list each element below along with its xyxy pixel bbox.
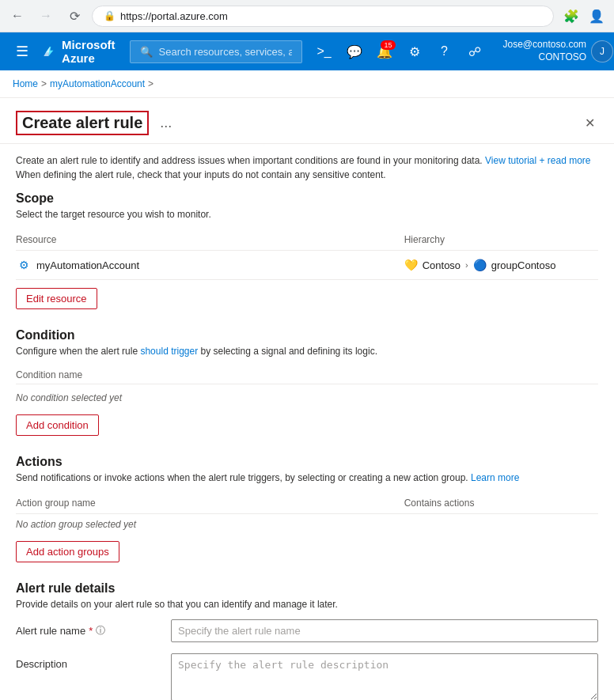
condition-section: Condition Configure when the alert rule … xyxy=(16,328,598,436)
action-col-name-header: Action group name xyxy=(16,498,404,509)
azure-logo-icon xyxy=(43,42,55,61)
description-label: Description xyxy=(16,653,158,670)
cloud-shell-icon[interactable]: >_ xyxy=(310,37,339,66)
actions-desc-text: Send notifications or invoke actions whe… xyxy=(16,472,468,483)
panel-body: Create an alert rule to identify and add… xyxy=(0,144,614,700)
learn-more-link[interactable]: Learn more xyxy=(471,472,519,483)
scope-desc: Select the target resource you wish to m… xyxy=(16,209,598,220)
reload-button[interactable]: ⟳ xyxy=(63,5,85,27)
alert-rule-name-row: Alert rule name * ⓘ xyxy=(16,619,598,642)
azure-logo: Microsoft Azure xyxy=(43,38,122,65)
alert-rule-name-input[interactable] xyxy=(171,619,598,642)
scope-section: Scope Select the target resource you wis… xyxy=(16,191,598,309)
forward-button[interactable]: → xyxy=(35,5,57,27)
scope-title: Scope xyxy=(16,191,598,206)
url-text: https://portal.azure.com xyxy=(120,10,228,22)
hierarchy-value: 💛 Contoso › 🔵 groupContoso xyxy=(404,259,598,271)
user-email: Jose@contoso.com xyxy=(503,39,587,51)
alert-rule-details-desc: Provide details on your alert rule so th… xyxy=(16,599,598,610)
actions-table-header: Action group name Contains actions xyxy=(16,493,598,514)
alert-rule-name-label: Alert rule name * ⓘ xyxy=(16,619,158,638)
intro-text-1: Create an alert rule to identify and add… xyxy=(16,155,483,166)
col-hierarchy-header: Hierarchy xyxy=(404,234,598,245)
actions-section: Actions Send notifications or invoke act… xyxy=(16,455,598,562)
condition-desc: Configure when the alert rule should tri… xyxy=(16,346,598,357)
action-col-contains-header: Contains actions xyxy=(404,498,598,509)
nav-icons: >_ 💬 🔔15 ⚙ ? ☍ xyxy=(310,37,489,66)
resource-cell: ⚙ myAutomationAccount xyxy=(16,257,404,273)
intro-text-2: When defining the alert rule, check that… xyxy=(16,169,386,180)
breadcrumb-separator-2: > xyxy=(148,78,154,89)
hierarchy-cell: 💛 Contoso › 🔵 groupContoso xyxy=(404,259,598,271)
settings-icon[interactable]: ⚙ xyxy=(400,37,429,66)
panel-close-button[interactable]: ✕ xyxy=(582,112,598,134)
support-icon[interactable]: ☍ xyxy=(460,37,489,66)
user-icon[interactable]: 👤 xyxy=(586,5,608,27)
back-button[interactable]: ← xyxy=(6,5,28,27)
help-icon[interactable]: ? xyxy=(430,37,459,66)
lock-icon: 🔒 xyxy=(104,10,116,21)
actions-title: Actions xyxy=(16,455,598,469)
scope-table-row: ⚙ myAutomationAccount 💛 Contoso › 🔵 grou… xyxy=(16,251,598,280)
resource-icon: ⚙ xyxy=(16,257,32,273)
avatar: J xyxy=(591,40,613,62)
hierarchy-parent: Contoso xyxy=(423,259,460,271)
actions-desc: Send notifications or invoke actions whe… xyxy=(16,472,598,483)
hierarchy-icon-2: 🔵 xyxy=(473,259,487,271)
no-condition-text: No condition selected yet xyxy=(16,388,598,408)
azure-search-bar[interactable]: 🔍 xyxy=(130,40,302,63)
condition-name-header: Condition name xyxy=(16,366,598,384)
user-menu[interactable]: Jose@contoso.com CONTOSO J xyxy=(497,36,615,66)
description-input[interactable] xyxy=(171,653,598,700)
scope-table-header: Resource Hierarchy xyxy=(16,229,598,251)
add-action-groups-button[interactable]: Add action groups xyxy=(16,541,119,562)
search-input[interactable] xyxy=(159,46,292,58)
breadcrumb-separator-1: > xyxy=(41,78,47,89)
info-icon[interactable]: ⓘ xyxy=(96,624,105,638)
alert-rule-details-section: Alert rule details Provide details on yo… xyxy=(16,581,598,700)
no-action-text: No action group selected yet xyxy=(16,514,598,535)
description-row: Description xyxy=(16,653,598,700)
puzzle-icon[interactable]: 🧩 xyxy=(560,5,582,27)
search-icon: 🔍 xyxy=(140,46,153,58)
hierarchy-arrow: › xyxy=(465,260,468,270)
extension-area: 🧩 👤 xyxy=(560,5,608,27)
panel-header: Create alert rule ... ✕ xyxy=(0,98,614,144)
intro-text: Create an alert rule to identify and add… xyxy=(16,153,598,182)
condition-title: Condition xyxy=(16,328,598,342)
hierarchy-icon-1: 💛 xyxy=(404,259,418,271)
hierarchy-child: groupContoso xyxy=(491,259,556,271)
breadcrumb-home[interactable]: Home xyxy=(13,78,38,89)
user-org: CONTOSO xyxy=(503,51,587,64)
label-text: Alert rule name xyxy=(16,625,85,637)
panel-title: Create alert rule xyxy=(16,111,149,135)
condition-should-trigger-link[interactable]: should trigger xyxy=(140,346,198,357)
condition-name-col: Condition name xyxy=(16,369,598,380)
view-tutorial-link[interactable]: View tutorial + read more xyxy=(485,155,591,166)
col-resource-header: Resource xyxy=(16,234,404,245)
alert-rule-details-title: Alert rule details xyxy=(16,581,598,596)
feedback-icon[interactable]: 💬 xyxy=(340,37,369,66)
azure-navbar: ☰ Microsoft Azure 🔍 >_ 💬 🔔15 ⚙ ? ☍ Jose@… xyxy=(0,32,614,70)
browser-chrome: ← → ⟳ 🔒 https://portal.azure.com 🧩 👤 xyxy=(0,0,614,32)
notification-badge: 15 xyxy=(381,40,395,50)
user-text: Jose@contoso.com CONTOSO xyxy=(503,39,587,63)
hamburger-icon[interactable]: ☰ xyxy=(9,36,35,66)
panel: Create alert rule ... ✕ Create an alert … xyxy=(0,98,614,700)
azure-brand-name: Microsoft Azure xyxy=(62,38,121,65)
panel-dots[interactable]: ... xyxy=(160,115,172,131)
required-mark: * xyxy=(89,625,93,637)
notifications-icon[interactable]: 🔔15 xyxy=(370,37,399,66)
main-wrapper: Create alert rule ... ✕ Create an alert … xyxy=(0,98,614,700)
resource-name: myAutomationAccount xyxy=(36,259,139,271)
breadcrumb-parent[interactable]: myAutomationAccount xyxy=(50,78,145,89)
breadcrumb: Home > myAutomationAccount > xyxy=(0,70,614,98)
add-condition-button[interactable]: Add condition xyxy=(16,414,99,436)
edit-resource-button[interactable]: Edit resource xyxy=(16,288,97,309)
address-bar[interactable]: 🔒 https://portal.azure.com xyxy=(92,6,554,27)
